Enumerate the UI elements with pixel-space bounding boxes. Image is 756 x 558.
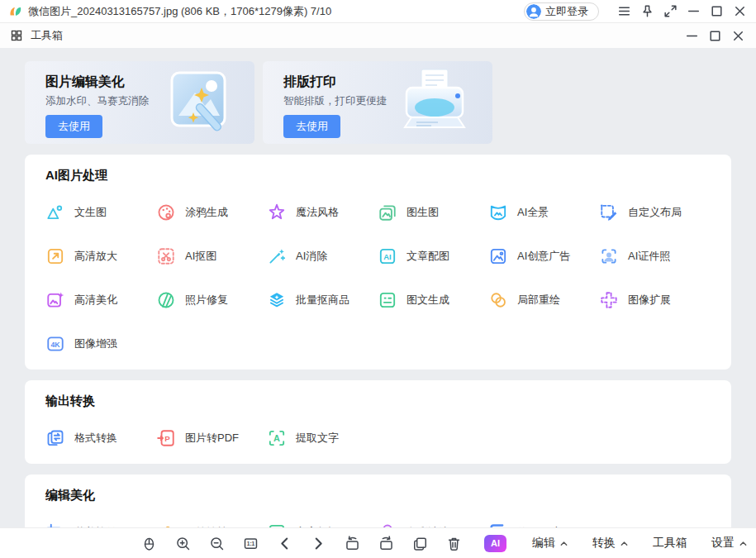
tool-ai-creative-ad[interactable]: AI创意广告 xyxy=(488,234,599,278)
tool-label: 格式转换 xyxy=(74,431,117,446)
app-logo-icon xyxy=(8,5,22,17)
fullscreen-icon xyxy=(663,3,678,19)
section-title: 输出转换 xyxy=(45,393,711,408)
menu-label: 设置 xyxy=(711,536,735,551)
copy-button[interactable] xyxy=(410,533,430,553)
use-button[interactable]: 去使用 xyxy=(45,115,102,138)
ai-panorama-icon xyxy=(488,203,508,222)
minimize-icon xyxy=(686,3,701,19)
menu-edit[interactable]: 编辑 xyxy=(532,536,568,551)
tool-label: 高清放大 xyxy=(74,249,117,264)
tool-image-expand[interactable]: 图像扩展 xyxy=(599,278,710,322)
zoom-out-button[interactable] xyxy=(207,533,226,553)
app-titlebar: 微信图片_20240313165757.jpg (806 KB，1706*127… xyxy=(0,0,756,23)
tool-extract-text[interactable]: A提取文字 xyxy=(267,416,378,460)
tool-label: 图片转PDF xyxy=(185,431,239,446)
section-output-convert: 输出转换格式转换P图片转PDFA提取文字 xyxy=(25,380,731,464)
tool-article-image[interactable]: AI文章配图 xyxy=(378,234,488,278)
fullscreen-button[interactable] xyxy=(659,2,682,21)
next-button[interactable] xyxy=(308,533,328,553)
section-title: 编辑美化 xyxy=(45,487,711,503)
tool-partial-redraw[interactable]: 局部重绘 xyxy=(488,278,599,322)
tool-doodle-generate[interactable]: 涂鸦生成 xyxy=(156,190,267,234)
one-to-one-button[interactable]: 1:1 xyxy=(240,533,260,553)
rotate-right-button[interactable] xyxy=(376,533,396,553)
promo-title: 图片编辑美化 xyxy=(45,74,254,90)
login-button[interactable]: 立即登录 xyxy=(524,2,599,21)
tool-hd-enlarge[interactable]: 高清放大 xyxy=(45,234,156,278)
zoom-in-button[interactable] xyxy=(173,533,193,553)
menu-convert[interactable]: 转换 xyxy=(592,536,629,551)
section-title: AI图片处理 xyxy=(45,167,711,183)
tool-label: 自定义布局 xyxy=(628,205,682,220)
mouse-icon xyxy=(141,536,157,551)
tool-ai-cutout[interactable]: AI抠图 xyxy=(156,234,267,278)
menu-settings[interactable]: 设置 xyxy=(711,536,748,551)
tool-magic-style[interactable]: 魔法风格 xyxy=(267,190,378,234)
tool-label: 图像扩展 xyxy=(628,293,671,308)
svg-text:A: A xyxy=(273,433,280,443)
format-convert-icon xyxy=(45,428,65,448)
svg-text:P: P xyxy=(164,434,170,443)
tool-label: 图文生成 xyxy=(407,293,449,308)
ai-cutout-icon xyxy=(156,246,176,266)
tool-image-enhance-4k[interactable]: 4K图像增强 xyxy=(45,322,156,365)
delete-icon xyxy=(446,536,462,551)
minimize-button[interactable] xyxy=(680,26,703,45)
prev-icon xyxy=(277,536,292,551)
close-button[interactable] xyxy=(726,26,749,45)
tool-label: AI抠图 xyxy=(185,249,216,264)
tool-label: 批量抠商品 xyxy=(296,293,349,308)
tool-format-convert[interactable]: 格式转换 xyxy=(45,416,156,460)
pin-icon xyxy=(640,3,655,19)
extract-text-icon: A xyxy=(267,428,287,448)
menu-toolbox[interactable]: 工具箱 xyxy=(653,536,687,551)
tool-label: 照片修复 xyxy=(185,293,228,308)
tool-image-to-image[interactable]: 图生图 xyxy=(378,190,488,234)
ai-creative-ad-icon xyxy=(488,246,508,266)
tool-ai-erase[interactable]: AI消除 xyxy=(267,234,378,278)
next-icon xyxy=(311,536,326,551)
dialog-titlebar: 工具箱 xyxy=(0,23,756,48)
bottom-toolbar: 1:1 AI 编辑转换工具箱设置 xyxy=(0,527,756,558)
tool-hd-beautify[interactable]: 高清美化 xyxy=(45,278,156,322)
ai-erase-icon xyxy=(267,246,287,266)
tool-custom-layout[interactable]: 自定义布局 xyxy=(599,190,710,234)
delete-button[interactable] xyxy=(444,533,464,553)
close-button[interactable] xyxy=(728,2,751,21)
tool-ai-id-photo[interactable]: AI证件照 xyxy=(599,234,710,278)
promo-card-print[interactable]: 排版打印 智能排版，打印更便捷 去使用 xyxy=(263,61,492,144)
maximize-button[interactable] xyxy=(703,26,726,45)
tool-batch-product-cutout[interactable]: 批量抠商品 xyxy=(267,278,378,322)
promo-card-image-edit[interactable]: 图片编辑美化 添加水印、马赛克消除 去使用 xyxy=(25,61,254,144)
magic-style-icon xyxy=(267,203,287,222)
prev-button[interactable] xyxy=(274,533,294,553)
copy-icon xyxy=(412,536,428,551)
maximize-icon xyxy=(709,3,725,19)
custom-layout-icon xyxy=(599,203,619,222)
tool-label: 提取文字 xyxy=(296,431,339,446)
tool-text-image-generate[interactable]: 图文生成 xyxy=(378,278,488,322)
tool-text-to-image[interactable]: 文生图 xyxy=(45,190,156,234)
doodle-generate-icon xyxy=(156,203,176,222)
zoom-out-icon xyxy=(209,536,225,551)
menu-label: 编辑 xyxy=(532,536,555,551)
tool-label: 魔法风格 xyxy=(296,205,339,220)
tool-photo-repair[interactable]: 照片修复 xyxy=(156,278,267,322)
tool-ai-panorama[interactable]: AI全景 xyxy=(488,190,599,234)
tool-label: AI证件照 xyxy=(628,249,670,264)
tool-image-to-pdf[interactable]: P图片转PDF xyxy=(156,416,267,460)
pin-button[interactable] xyxy=(635,2,659,21)
close-icon xyxy=(730,28,746,44)
use-button[interactable]: 去使用 xyxy=(283,115,340,138)
tool-label: 图像增强 xyxy=(74,336,117,351)
ai-tools-button[interactable]: AI xyxy=(484,535,506,552)
dialog-title: 工具箱 xyxy=(31,28,63,43)
maximize-button[interactable] xyxy=(705,2,728,21)
one-to-one-icon: 1:1 xyxy=(243,536,259,551)
rotate-left-button[interactable] xyxy=(342,533,362,553)
minimize-button[interactable] xyxy=(682,2,705,21)
menu-button[interactable] xyxy=(612,2,635,21)
window-title: 微信图片_20240313165757.jpg (806 KB，1706*127… xyxy=(28,4,331,19)
mouse-button[interactable] xyxy=(139,533,159,553)
